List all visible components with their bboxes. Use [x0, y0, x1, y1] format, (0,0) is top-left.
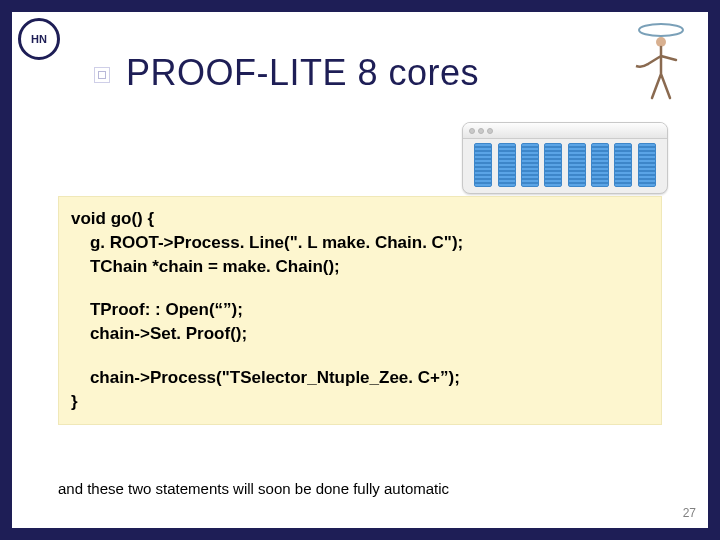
- page-number: 27: [683, 506, 696, 520]
- code-line: chain->Process("TSelector_Ntuple_Zee. C+…: [71, 366, 645, 390]
- code-line: }: [71, 390, 645, 414]
- slide-title: PROOF-LITE 8 cores: [126, 52, 479, 94]
- footnote: and these two statements will soon be do…: [58, 480, 449, 497]
- cpu-monitor-header: [463, 123, 667, 139]
- code-line: TChain *chain = make. Chain();: [71, 255, 645, 279]
- cpu-monitor: [462, 122, 668, 194]
- window-dot-icon: [487, 128, 493, 134]
- cpu-bar: [638, 143, 656, 187]
- cpu-bar: [498, 143, 516, 187]
- cpu-bar: [614, 143, 632, 187]
- slide-inner: HN PROOF-LITE 8 cores: [12, 12, 708, 528]
- cpu-bar: [591, 143, 609, 187]
- svg-point-1: [656, 37, 666, 47]
- cpu-bar: [544, 143, 562, 187]
- window-dot-icon: [469, 128, 475, 134]
- code-line: void go() {: [71, 207, 645, 231]
- cpu-bars: [463, 139, 667, 191]
- code-blank-line: [71, 346, 645, 366]
- cpu-bar: [474, 143, 492, 187]
- title-row: PROOF-LITE 8 cores: [94, 52, 618, 94]
- title-bullet-icon: [94, 67, 110, 83]
- logo-right: [626, 16, 696, 101]
- slide: HN PROOF-LITE 8 cores: [0, 0, 720, 540]
- cpu-bar: [568, 143, 586, 187]
- code-line: g. ROOT->Process. Line(". L make. Chain.…: [71, 231, 645, 255]
- logo-left-text: HN: [31, 33, 47, 45]
- cpu-bar: [521, 143, 539, 187]
- code-block: void go() { g. ROOT->Process. Line(". L …: [58, 196, 662, 425]
- figure-icon: [626, 16, 696, 101]
- code-line: TProof: : Open(“”);: [71, 298, 645, 322]
- code-line: chain->Set. Proof();: [71, 322, 645, 346]
- window-dot-icon: [478, 128, 484, 134]
- code-blank-line: [71, 278, 645, 298]
- logo-left: HN: [18, 18, 60, 60]
- svg-point-0: [639, 24, 683, 36]
